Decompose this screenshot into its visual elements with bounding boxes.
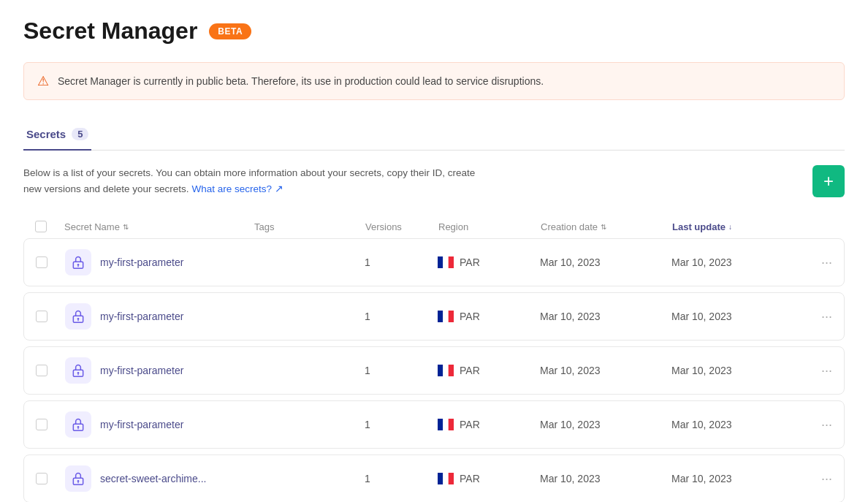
svg-rect-11 xyxy=(449,311,454,322)
secret-name[interactable]: my-first-parameter xyxy=(100,365,183,376)
svg-rect-17 xyxy=(449,365,454,376)
region-label: PAR xyxy=(460,419,480,430)
sort-icon-last-update: ↓ xyxy=(728,223,732,231)
secret-icon xyxy=(65,357,91,384)
svg-rect-27 xyxy=(438,473,443,484)
region-label: PAR xyxy=(460,256,480,268)
table-row: my-first-parameter 1 PAR Mar 10, 2023 Ma… xyxy=(23,346,845,395)
row-more-button[interactable]: ··· xyxy=(803,417,832,433)
col-header-region: Region xyxy=(438,221,541,232)
secret-name[interactable]: my-first-parameter xyxy=(100,256,183,268)
row-checkbox-cell[interactable] xyxy=(36,256,65,268)
tab-secrets[interactable]: Secrets 5 xyxy=(23,121,91,151)
row-checkbox[interactable] xyxy=(36,311,47,322)
secret-name[interactable]: my-first-parameter xyxy=(100,311,183,322)
flag-france xyxy=(438,311,454,322)
creation-date-cell: Mar 10, 2023 xyxy=(540,311,671,322)
region-label: PAR xyxy=(460,365,480,376)
table-row: my-first-parameter 1 PAR Mar 10, 2023 Ma… xyxy=(23,292,845,341)
last-update-cell: Mar 10, 2023 xyxy=(671,311,803,322)
svg-rect-16 xyxy=(443,365,448,376)
secret-icon xyxy=(65,303,91,330)
versions-cell: 1 xyxy=(365,256,438,268)
row-checkbox-cell[interactable] xyxy=(36,311,65,322)
versions-cell: 1 xyxy=(365,311,438,322)
table-header: Secret Name ⇅ Tags Versions Region Creat… xyxy=(23,215,845,238)
row-more-button[interactable]: ··· xyxy=(803,363,832,379)
alert-banner: ⚠ Secret Manager is currently in public … xyxy=(23,62,845,100)
table-row: my-first-parameter 1 PAR Mar 10, 2023 Ma… xyxy=(23,400,845,449)
secret-icon xyxy=(65,249,91,275)
svg-rect-28 xyxy=(443,473,448,484)
what-are-secrets-link[interactable]: What are secrets? ↗ xyxy=(191,183,283,194)
col-header-last-update[interactable]: Last update ↓ xyxy=(672,221,804,232)
region-cell: PAR xyxy=(438,419,540,430)
creation-date-cell: Mar 10, 2023 xyxy=(540,419,671,430)
row-checkbox[interactable] xyxy=(36,256,47,268)
tab-secrets-count: 5 xyxy=(72,128,88,140)
secret-name-cell: my-first-parameter xyxy=(65,357,255,384)
page-title: Secret Manager xyxy=(23,18,197,45)
region-label: PAR xyxy=(460,311,480,322)
svg-rect-5 xyxy=(449,256,454,268)
row-checkbox[interactable] xyxy=(36,365,47,376)
svg-rect-23 xyxy=(449,419,454,430)
secret-name-cell: my-first-parameter xyxy=(65,411,255,438)
description-row: Below is a list of your secrets. You can… xyxy=(23,165,845,197)
region-cell: PAR xyxy=(438,365,540,376)
versions-cell: 1 xyxy=(365,419,438,430)
region-cell: PAR xyxy=(438,473,540,484)
select-all-checkbox[interactable] xyxy=(35,221,47,232)
secrets-table: Secret Name ⇅ Tags Versions Region Creat… xyxy=(23,215,845,502)
col-header-name[interactable]: Secret Name ⇅ xyxy=(64,221,254,232)
creation-date-cell: Mar 10, 2023 xyxy=(540,473,671,484)
row-more-button[interactable]: ··· xyxy=(803,309,832,324)
tabs-bar: Secrets 5 xyxy=(23,121,845,151)
warning-icon: ⚠ xyxy=(37,73,49,89)
beta-badge: BETA xyxy=(209,23,251,39)
table-rows-container: my-first-parameter 1 PAR Mar 10, 2023 Ma… xyxy=(23,238,845,502)
sort-icon-creation-date: ⇅ xyxy=(601,223,606,231)
add-secret-button[interactable]: + xyxy=(812,165,845,197)
flag-france xyxy=(438,365,454,376)
flag-france xyxy=(438,473,454,484)
header-checkbox-cell[interactable] xyxy=(35,221,64,232)
secret-name-cell: my-first-parameter xyxy=(65,249,255,275)
versions-cell: 1 xyxy=(365,365,438,376)
secret-name[interactable]: secret-sweet-archime... xyxy=(100,473,206,484)
flag-france xyxy=(438,256,454,268)
last-update-cell: Mar 10, 2023 xyxy=(671,419,803,430)
secret-icon xyxy=(65,411,91,438)
last-update-cell: Mar 10, 2023 xyxy=(671,256,803,268)
svg-rect-3 xyxy=(438,256,443,268)
row-checkbox-cell[interactable] xyxy=(36,365,65,376)
tab-secrets-label: Secrets xyxy=(26,128,66,140)
row-checkbox-cell[interactable] xyxy=(36,473,65,484)
secret-name[interactable]: my-first-parameter xyxy=(100,419,183,430)
row-more-button[interactable]: ··· xyxy=(803,255,832,270)
description-text: Below is a list of your secrets. You can… xyxy=(23,165,476,197)
table-row: secret-sweet-archime... 1 PAR Mar 10, 20… xyxy=(23,455,845,502)
alert-text: Secret Manager is currently in public be… xyxy=(58,75,544,87)
creation-date-cell: Mar 10, 2023 xyxy=(540,256,671,268)
row-checkbox[interactable] xyxy=(36,473,47,484)
row-checkbox-cell[interactable] xyxy=(36,419,65,430)
secret-icon xyxy=(65,465,91,492)
svg-rect-15 xyxy=(438,365,443,376)
col-header-tags: Tags xyxy=(254,221,365,232)
svg-rect-4 xyxy=(443,256,448,268)
row-checkbox[interactable] xyxy=(36,419,47,430)
secret-name-cell: my-first-parameter xyxy=(65,303,255,330)
col-header-creation-date[interactable]: Creation date ⇅ xyxy=(541,221,672,232)
versions-cell: 1 xyxy=(365,473,438,484)
region-label: PAR xyxy=(460,473,480,484)
col-header-versions: Versions xyxy=(365,221,438,232)
svg-rect-10 xyxy=(443,311,448,322)
region-cell: PAR xyxy=(438,311,540,322)
region-cell: PAR xyxy=(438,256,540,268)
flag-france xyxy=(438,419,454,430)
creation-date-cell: Mar 10, 2023 xyxy=(540,365,671,376)
secret-name-cell: secret-sweet-archime... xyxy=(65,465,255,492)
svg-rect-9 xyxy=(438,311,443,322)
row-more-button[interactable]: ··· xyxy=(803,471,832,487)
